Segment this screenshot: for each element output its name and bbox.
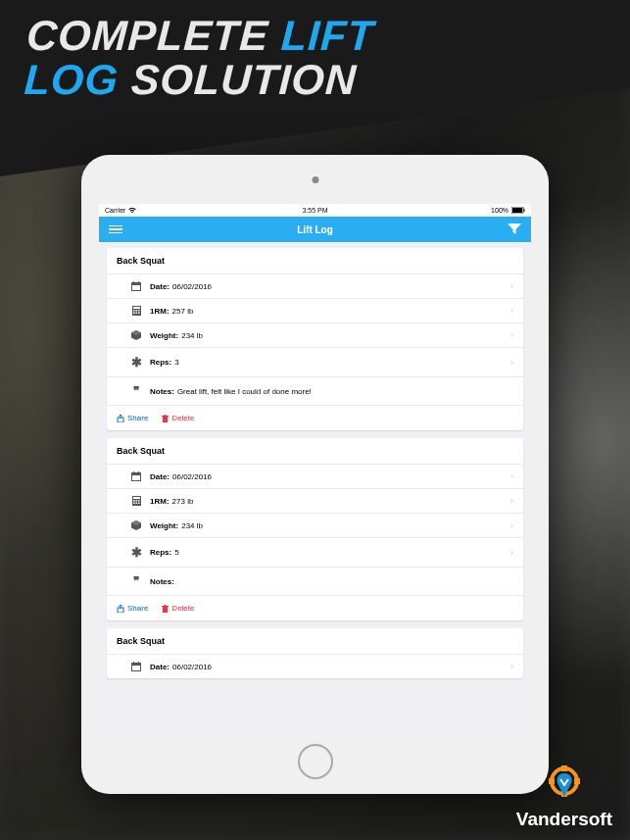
headline-word: SOLUTION [130,56,359,103]
weight-value: 234 lb [181,331,203,340]
svg-rect-20 [132,475,140,480]
lift-title: Back Squat [107,438,523,464]
notes-row[interactable]: ❞ Notes: Great lift, felt like I could o… [107,376,523,405]
calculator-icon [130,496,142,506]
share-icon [117,415,124,422]
onerm-row[interactable]: 1RM: 273 lb › [107,488,523,513]
date-row[interactable]: Date: 06/02/2016 › [107,273,523,298]
weight-label: Weight: [150,331,178,340]
clock: 3:55 PM [302,207,327,214]
ipad-frame: Carrier 3:55 PM 100% Lift Log [81,155,549,794]
notes-value: Great lift, felt like I could of done mo… [177,387,312,396]
weight-value: 234 lb [181,521,203,530]
asterisk-icon: ✱ [130,355,142,370]
lift-card: Back Squat Date: 06/02/2016 › 1RM: 273 l… [107,438,523,620]
date-value: 06/02/2016 [172,472,212,481]
date-value: 06/02/2016 [172,282,212,291]
headline-word: LIFT [280,12,375,59]
ipad-screen: Carrier 3:55 PM 100% Lift Log [99,204,531,735]
svg-rect-27 [138,500,140,502]
brand-logo-icon [543,764,586,807]
share-button[interactable]: Share [117,414,148,422]
lift-card: Back Squat Date: 06/02/2016 › [107,628,523,678]
delete-button[interactable]: Delete [162,414,194,422]
headline-word: COMPLETE [25,12,269,59]
delete-label: Delete [171,604,194,613]
svg-rect-29 [135,503,137,505]
chevron-right-icon: › [510,662,513,671]
svg-rect-8 [133,307,140,309]
brand-badge: Vandersoft [516,764,612,830]
svg-rect-4 [132,285,140,290]
date-value: 06/02/2016 [172,663,212,671]
chevron-right-icon: › [510,548,513,558]
asterisk-icon: ✱ [130,545,142,560]
svg-rect-16 [163,417,168,422]
quote-icon: ❞ [130,574,142,588]
chevron-right-icon: › [510,358,513,368]
share-icon [117,605,124,613]
calendar-icon [130,471,142,481]
svg-rect-30 [138,503,140,505]
svg-rect-10 [135,310,137,312]
chevron-right-icon: › [510,281,513,291]
svg-rect-26 [135,500,137,502]
date-row[interactable]: Date: 06/02/2016 › [107,464,523,488]
reps-row[interactable]: ✱ Reps: 3 › [107,347,523,376]
card-actions: Share Delete [107,405,523,430]
svg-rect-28 [133,503,135,505]
svg-rect-40 [561,766,567,771]
calendar-icon [130,662,142,671]
reps-value: 3 [174,358,178,367]
svg-rect-5 [133,281,134,283]
svg-rect-12 [133,313,135,315]
reps-row[interactable]: ✱ Reps: 5 › [107,537,523,567]
svg-rect-37 [133,662,134,664]
page-title: Lift Log [297,224,333,235]
carrier-label: Carrier [105,207,125,214]
filter-icon[interactable] [508,223,521,235]
menu-icon[interactable] [109,225,122,234]
weight-label: Weight: [150,521,178,530]
notes-label: Notes: [150,387,174,396]
svg-rect-14 [138,313,140,315]
battery-icon [511,207,525,214]
svg-rect-17 [162,416,169,417]
brand-name: Vandersoft [516,809,612,830]
svg-rect-18 [165,415,167,416]
svg-rect-2 [524,209,525,212]
chevron-right-icon: › [510,496,513,506]
delete-button[interactable]: Delete [162,604,194,613]
svg-rect-9 [133,310,135,312]
svg-rect-33 [162,606,169,607]
onerm-label: 1RM: [150,497,170,506]
status-bar: Carrier 3:55 PM 100% [99,204,531,217]
content-area: Back Squat Date: 06/02/2016 › 1RM: 257 l… [99,242,531,735]
svg-rect-22 [138,471,139,473]
chevron-right-icon: › [510,471,513,481]
svg-rect-43 [574,778,580,784]
svg-rect-11 [138,310,140,312]
share-label: Share [127,604,148,613]
notes-label: Notes: [150,577,174,586]
onerm-value: 257 lb [172,307,194,316]
onerm-value: 273 lb [172,497,194,506]
weight-row[interactable]: Weight: 234 lb › [107,322,523,347]
svg-rect-21 [133,471,134,473]
box-icon [130,520,142,530]
date-label: Date: [150,282,170,291]
trash-icon [162,415,169,422]
svg-rect-6 [138,281,139,283]
onerm-row[interactable]: 1RM: 257 lb › [107,298,523,322]
svg-rect-36 [132,666,140,670]
lift-title: Back Squat [107,628,523,654]
weight-row[interactable]: Weight: 234 lb › [107,513,523,537]
chevron-right-icon: › [510,330,513,340]
lift-card: Back Squat Date: 06/02/2016 › 1RM: 257 l… [107,248,523,430]
date-row[interactable]: Date: 06/02/2016 › [107,654,523,678]
share-button[interactable]: Share [117,604,148,613]
notes-row[interactable]: ❞ Notes: [107,567,523,595]
reps-value: 5 [174,548,178,557]
date-label: Date: [150,663,170,671]
wifi-icon [128,208,136,214]
